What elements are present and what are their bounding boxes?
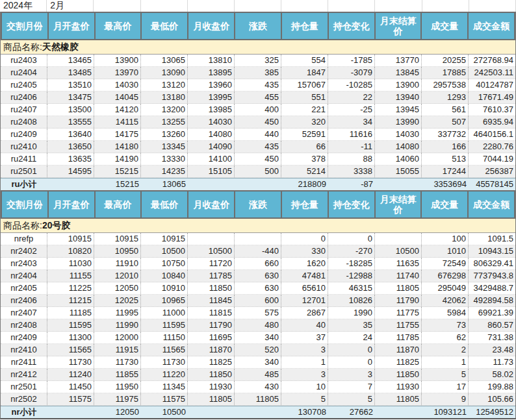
value-cell[interactable]: 11575: [141, 393, 188, 405]
value-cell[interactable]: 337732: [422, 129, 469, 140]
value-cell[interactable]: 14060: [375, 153, 422, 165]
empty-cell[interactable]: [235, 0, 281, 12]
value-cell[interactable]: 62: [422, 332, 469, 343]
value-cell[interactable]: 11915: [94, 344, 141, 356]
column-header[interactable]: 最高价: [96, 13, 141, 39]
value-cell[interactable]: 11755: [375, 319, 422, 331]
value-cell[interactable]: 10820: [47, 245, 94, 257]
value-cell[interactable]: 13945: [375, 104, 422, 116]
value-cell[interactable]: 13810: [188, 55, 235, 66]
value-cell[interactable]: 35: [328, 319, 375, 331]
subtotal-value-cell[interactable]: [188, 179, 235, 190]
column-header[interactable]: 最低价: [142, 13, 187, 39]
value-cell[interactable]: 66: [281, 141, 328, 153]
value-cell[interactable]: 11695: [188, 332, 235, 343]
value-cell[interactable]: 14030: [188, 116, 235, 128]
value-cell[interactable]: 73: [422, 319, 469, 331]
value-cell[interactable]: 13650: [47, 141, 94, 153]
value-cell[interactable]: 11930: [375, 381, 422, 393]
contract-cell[interactable]: ru2409: [1, 129, 47, 140]
value-cell[interactable]: 11950: [94, 381, 141, 393]
value-cell[interactable]: 320: [281, 116, 328, 128]
value-cell[interactable]: 11790: [188, 319, 235, 331]
value-cell[interactable]: 11805: [375, 393, 422, 405]
contract-cell[interactable]: ru2407: [1, 104, 47, 116]
value-cell[interactable]: 10: [281, 381, 328, 393]
contract-cell[interactable]: nr2409: [1, 332, 47, 343]
value-cell[interactable]: 5: [422, 369, 469, 380]
column-header[interactable]: 持仓变化: [329, 191, 374, 217]
value-cell[interactable]: 435: [235, 79, 281, 91]
column-header[interactable]: 月收盘价: [188, 191, 234, 217]
subtotal-value-cell[interactable]: 15215: [94, 179, 141, 190]
value-cell[interactable]: [235, 233, 281, 245]
value-cell[interactable]: 12010: [94, 270, 141, 282]
value-cell[interactable]: 15105: [188, 166, 235, 177]
value-cell[interactable]: 11855: [94, 369, 141, 380]
value-cell[interactable]: 7044.19: [469, 153, 515, 165]
subtotal-value-cell[interactable]: [235, 406, 281, 418]
value-cell[interactable]: 575: [235, 307, 281, 319]
column-header[interactable]: 交割月份: [2, 13, 47, 39]
value-cell[interactable]: 40: [281, 319, 328, 331]
contract-cell[interactable]: nr2402: [1, 245, 47, 257]
value-cell[interactable]: 13180: [141, 92, 188, 103]
value-cell[interactable]: 14235: [141, 166, 188, 177]
value-cell[interactable]: 100: [422, 233, 469, 245]
value-cell[interactable]: 10915: [94, 233, 141, 245]
subtotal-value-cell[interactable]: [188, 406, 235, 418]
value-cell[interactable]: 11240: [47, 369, 94, 380]
value-cell[interactable]: 731.38: [469, 332, 515, 343]
contract-cell[interactable]: nr2408: [1, 319, 47, 331]
value-cell[interactable]: 272768.94: [469, 55, 515, 66]
value-cell[interactable]: 630: [235, 270, 281, 282]
value-cell[interactable]: 17671.49: [469, 92, 515, 103]
value-cell[interactable]: 0: [328, 356, 375, 368]
value-cell[interactable]: 11870: [188, 344, 235, 356]
value-cell[interactable]: 17885: [422, 67, 469, 79]
value-cell[interactable]: 676298: [422, 270, 469, 282]
column-header[interactable]: 涨跌: [235, 191, 281, 217]
column-header[interactable]: 月末结算价: [376, 13, 421, 39]
value-cell[interactable]: 11850: [188, 282, 235, 294]
value-cell[interactable]: 14080: [188, 129, 235, 140]
contract-cell[interactable]: nr2412: [1, 369, 47, 380]
empty-cell[interactable]: [141, 0, 188, 12]
value-cell[interactable]: 12025: [94, 295, 141, 306]
contract-cell[interactable]: nr2407: [1, 307, 47, 319]
value-cell[interactable]: 11730: [141, 356, 188, 368]
value-cell[interactable]: 13500: [47, 104, 94, 116]
value-cell[interactable]: 11155: [47, 270, 94, 282]
value-cell[interactable]: 42062: [422, 295, 469, 306]
value-cell[interactable]: 14080: [375, 141, 422, 153]
value-cell[interactable]: 105.66: [469, 393, 515, 405]
value-cell[interactable]: 630: [235, 282, 281, 294]
subtotal-value-cell[interactable]: [235, 179, 281, 190]
value-cell[interactable]: 14090: [188, 141, 235, 153]
value-cell[interactable]: 13770: [375, 55, 422, 66]
value-cell[interactable]: 11030: [47, 258, 94, 269]
value-cell[interactable]: 1091.5: [469, 233, 515, 245]
value-cell[interactable]: 10915: [47, 233, 94, 245]
value-cell[interactable]: 1620: [281, 258, 328, 269]
value-cell[interactable]: 24: [328, 332, 375, 343]
value-cell[interactable]: 11730: [94, 356, 141, 368]
value-cell[interactable]: 1990: [328, 307, 375, 319]
contract-cell[interactable]: ru2411: [1, 153, 47, 165]
empty-cell[interactable]: [281, 0, 328, 12]
value-cell[interactable]: 37: [281, 332, 328, 343]
value-cell[interactable]: -11: [328, 141, 375, 153]
value-cell[interactable]: 10910: [141, 282, 188, 294]
value-cell[interactable]: 13995: [188, 92, 235, 103]
value-cell[interactable]: 561: [422, 104, 469, 116]
value-cell[interactable]: 13985: [188, 104, 235, 116]
column-header[interactable]: 月收盘价: [188, 13, 234, 39]
value-cell[interactable]: 17: [422, 381, 469, 393]
value-cell[interactable]: 1: [422, 356, 469, 368]
value-cell[interactable]: 65610: [281, 282, 328, 294]
value-cell[interactable]: 1293: [422, 92, 469, 103]
column-header[interactable]: 最低价: [142, 191, 187, 217]
subtotal-value-cell[interactable]: [47, 406, 94, 418]
value-cell[interactable]: 2280.76: [469, 141, 515, 153]
column-header[interactable]: 月开盘价: [49, 13, 94, 39]
